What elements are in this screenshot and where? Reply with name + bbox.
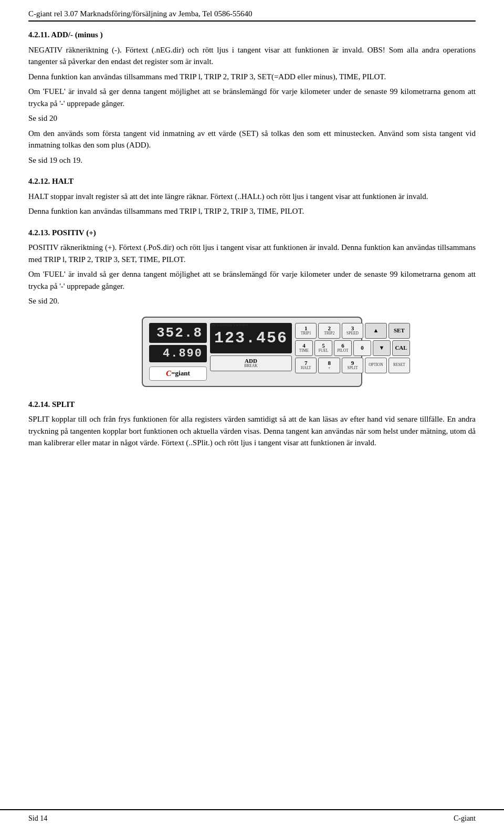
display-top: 352.8 bbox=[149, 323, 207, 343]
btn-reset[interactable]: RESET bbox=[388, 358, 410, 373]
section-414-p1: SPLIT kopplar till och från frys funktio… bbox=[28, 413, 476, 449]
add-break-row: ADD BREAK bbox=[210, 355, 292, 371]
section-4-2-12: 4.2.12. HALT HALT stoppar invalt registe… bbox=[28, 175, 476, 217]
section-414-heading: 4.2.14. SPLIT bbox=[28, 399, 476, 411]
section-411-p1: NEGATIV räkneriktning (-). Förtext (.nEG… bbox=[28, 44, 476, 68]
btn-option[interactable]: OPTION bbox=[365, 358, 386, 373]
btn-arrow-1[interactable]: ▲ bbox=[365, 323, 386, 339]
section-412-heading: 4.2.12. HALT bbox=[28, 175, 476, 187]
section-412-p2: Denna funktion kan användas tillsammans … bbox=[28, 205, 476, 217]
btn-pilot[interactable]: 6 PILOT bbox=[334, 340, 352, 356]
header-bar: C-giant rel 3.07 Marknadsföring/försäljn… bbox=[28, 9, 476, 22]
btn-speed[interactable]: 3 SPEED bbox=[342, 323, 363, 339]
section-411-p5: Om den används som första tangent vid in… bbox=[28, 128, 476, 151]
footer-left: Sid 14 bbox=[28, 814, 47, 823]
section-412-number: 4.2.12. HALT bbox=[28, 177, 74, 185]
page-wrapper: C-giant rel 3.07 Marknadsföring/försäljn… bbox=[0, 0, 504, 490]
section-413-p1: POSITIV räkneriktning (+). Förtext (.PoS… bbox=[28, 242, 476, 265]
btn-fuel[interactable]: 5 FUEL bbox=[314, 340, 332, 356]
logo-giant-text: =giant bbox=[171, 369, 190, 378]
section-413-p3: Se sid 20. bbox=[28, 295, 476, 307]
section-411-heading: 4.2.11. ADD/- (minus ) bbox=[28, 29, 476, 41]
section-411-p3: Om 'FUEL' är invald så ger denna tangent… bbox=[28, 86, 476, 109]
section-414-number: 4.2.14. SPLIT bbox=[28, 400, 75, 409]
display-section: 352.8 4.890 C=giant bbox=[149, 323, 207, 381]
device-brand: by Coralba Sweden bbox=[211, 322, 248, 327]
display-bottom: 4.890 bbox=[149, 345, 207, 362]
device-diagram: by Coralba Sweden 352.8 4.890 C=giant 12… bbox=[142, 317, 362, 387]
section-411-p6: Se sid 19 och 19. bbox=[28, 154, 476, 166]
buttons-section: 1 TRIP1 2 TRIP2 3 SPEED ▲ bbox=[295, 323, 410, 381]
section-411-p4: Se sid 20 bbox=[28, 112, 476, 124]
device-container: by Coralba Sweden 352.8 4.890 C=giant 12… bbox=[28, 317, 476, 387]
btn-arrow-2[interactable]: ▼ bbox=[373, 340, 391, 356]
btn-row-2: 4 TIME 5 FUEL 6 PILOT 0 bbox=[295, 340, 410, 356]
btn-row-3: 7 HALT 8 + 9 SPLIT OPTION bbox=[295, 358, 410, 373]
display-main: 123.456 bbox=[210, 323, 292, 353]
btn-halt[interactable]: 7 HALT bbox=[295, 358, 317, 373]
add-break-label: BREAK bbox=[244, 364, 257, 368]
btn-set[interactable]: SET bbox=[388, 323, 410, 339]
section-412-p1: HALT stoppar invalt register så att det … bbox=[28, 191, 476, 203]
logo-c-letter: C bbox=[166, 369, 171, 378]
logo-area: C=giant bbox=[149, 367, 207, 381]
add-break-button[interactable]: ADD BREAK bbox=[210, 355, 292, 371]
section-4-2-13: 4.2.13. POSITIV (+) POSITIV räkneriktnin… bbox=[28, 227, 476, 307]
section-413-heading: 4.2.13. POSITIV (+) bbox=[28, 227, 476, 239]
btn-time[interactable]: 4 TIME bbox=[295, 340, 313, 356]
section-411-p2: Denna funktion kan användas tillsammans … bbox=[28, 71, 476, 83]
btn-trip1[interactable]: 1 TRIP1 bbox=[295, 323, 317, 339]
section-4-2-14: 4.2.14. SPLIT SPLIT kopplar till och frå… bbox=[28, 399, 476, 449]
header-title: C-giant rel 3.07 Marknadsföring/försäljn… bbox=[28, 9, 253, 18]
btn-trip2[interactable]: 2 TRIP2 bbox=[318, 323, 340, 339]
section-413-number: 4.2.13. POSITIV (+) bbox=[28, 228, 96, 237]
footer-right: C-giant bbox=[454, 814, 476, 823]
section-4-2-11: 4.2.11. ADD/- (minus ) NEGATIV räknerikt… bbox=[28, 29, 476, 166]
section-411-number: 4.2.11. ADD/- (minus ) bbox=[28, 30, 103, 39]
btn-zero[interactable]: 0 bbox=[353, 340, 371, 356]
btn-cal[interactable]: CAL bbox=[392, 340, 410, 356]
display-section-middle: 123.456 ADD BREAK bbox=[210, 323, 292, 381]
section-413-p2: Om 'FUEL' är invald så ger denna tangent… bbox=[28, 268, 476, 292]
btn-row-1: 1 TRIP1 2 TRIP2 3 SPEED ▲ bbox=[295, 323, 410, 339]
footer-bar: Sid 14 C-giant bbox=[0, 809, 504, 827]
device-layout: 352.8 4.890 C=giant 123.456 ADD BREAK bbox=[149, 323, 355, 381]
btn-plus[interactable]: 8 + bbox=[318, 358, 340, 373]
btn-split[interactable]: 9 SPLIT bbox=[342, 358, 363, 373]
